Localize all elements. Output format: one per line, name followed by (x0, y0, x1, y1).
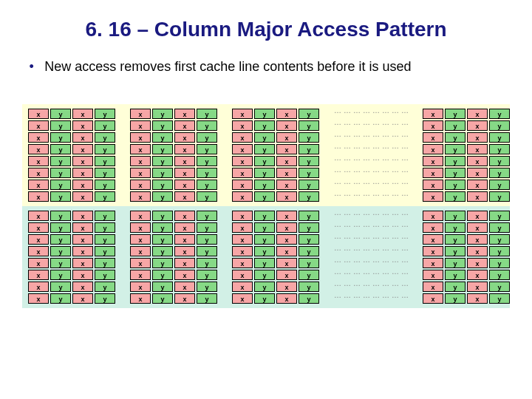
mem-cell-y: y (489, 168, 510, 178)
mem-cell-y: y (445, 109, 466, 119)
mem-cell-y: y (95, 180, 115, 190)
mem-cell-x: x (28, 270, 49, 280)
mem-cell-x: x (174, 180, 195, 190)
ellipsis-column: …………………………………………………………………………………………………………… (334, 211, 408, 304)
mem-cell-x: x (276, 222, 297, 233)
mem-cell-x: x (174, 156, 195, 166)
mem-cell-y: y (445, 234, 466, 245)
mem-cell-y: y (152, 258, 173, 268)
mem-cell-y: y (445, 222, 466, 233)
mem-cell-x: x (28, 156, 49, 166)
mem-cell-y: y (95, 293, 115, 304)
mem-cell-y: y (489, 144, 510, 154)
mem-cell-x: x (276, 211, 297, 221)
mem-cell-y: y (299, 156, 319, 166)
mem-cell-y: y (95, 270, 115, 280)
mem-cell-x: x (174, 246, 195, 256)
mem-cell-x: x (423, 109, 443, 119)
mem-cell-y: y (197, 191, 217, 202)
mem-cell-x: x (28, 293, 49, 304)
mem-cell-x: x (276, 120, 297, 131)
mem-cell-x: x (174, 109, 195, 119)
mem-cell-y: y (50, 144, 71, 154)
ellipsis: ………………………… (334, 132, 408, 143)
mem-cell-y: y (152, 222, 173, 233)
mem-cell-x: x (28, 191, 49, 202)
mem-cell-y: y (254, 120, 275, 131)
mem-cell-x: x (72, 191, 93, 202)
mem-cell-y: y (489, 191, 510, 202)
mem-cell-y: y (445, 270, 466, 280)
mem-cell-x: x (174, 293, 195, 304)
mem-cell-x: x (130, 258, 151, 268)
mem-cell-x: x (423, 282, 443, 292)
cache-line-section: xyxyxyxyxyxyxyxyxyxyxyxyxyxyxyxy (423, 109, 510, 202)
mem-cell-y: y (152, 191, 173, 202)
mem-cell-y: y (445, 191, 466, 202)
mem-cell-x: x (28, 246, 49, 256)
mem-cell-x: x (130, 156, 151, 166)
mem-cell-y: y (197, 168, 217, 178)
mem-cell-y: y (152, 211, 173, 221)
mem-cell-x: x (72, 222, 93, 233)
mem-cell-y: y (445, 246, 466, 256)
mem-cell-x: x (72, 246, 93, 256)
mem-cell-x: x (130, 144, 151, 154)
mem-cell-x: x (130, 180, 151, 190)
mem-cell-x: x (423, 120, 443, 131)
mem-cell-y: y (489, 234, 510, 245)
mem-cell-y: y (95, 211, 115, 221)
mem-cell-y: y (489, 180, 510, 190)
mem-cell-x: x (28, 109, 49, 119)
mem-cell-y: y (95, 222, 115, 233)
mem-cell-x: x (232, 222, 253, 233)
mem-cell-x: x (28, 282, 49, 292)
mem-cell-x: x (28, 168, 49, 178)
mem-cell-x: x (174, 258, 195, 268)
mem-cell-x: x (28, 258, 49, 268)
cache-line-section: xyxyxyxyxyxyxyxyxyxyxyxyxyxyxyxy (28, 211, 115, 304)
mem-cell-y: y (489, 258, 510, 268)
mem-cell-x: x (28, 222, 49, 233)
mem-cell-x: x (423, 144, 443, 154)
mem-cell-x: x (467, 211, 488, 221)
mem-cell-x: x (467, 282, 488, 292)
mem-cell-y: y (50, 258, 71, 268)
mem-cell-y: y (95, 246, 115, 256)
cache-line-section: xyxyxyxyxyxyxyxyxyxyxyxyxyxyxyxy (130, 211, 217, 304)
mem-cell-x: x (276, 109, 297, 119)
mem-cell-x: x (423, 270, 443, 280)
mem-cell-x: x (467, 180, 488, 190)
mem-cell-y: y (489, 120, 510, 131)
mem-cell-y: y (299, 246, 319, 256)
mem-cell-y: y (95, 282, 115, 292)
mem-cell-y: y (254, 180, 275, 190)
mem-cell-x: x (232, 180, 253, 190)
mem-cell-y: y (489, 270, 510, 280)
mem-cell-y: y (299, 258, 319, 268)
mem-cell-x: x (72, 282, 93, 292)
mem-cell-y: y (254, 144, 275, 154)
ellipsis: ………………………… (334, 168, 408, 178)
mem-cell-x: x (72, 168, 93, 178)
mem-cell-x: x (130, 270, 151, 280)
mem-cell-x: x (28, 120, 49, 131)
mem-cell-x: x (423, 258, 443, 268)
mem-cell-y: y (254, 168, 275, 178)
ellipsis: ………………………… (334, 270, 408, 280)
mem-cell-y: y (489, 293, 510, 304)
mem-cell-x: x (423, 156, 443, 166)
mem-cell-y: y (299, 222, 319, 233)
mem-cell-y: y (197, 211, 217, 221)
mem-cell-x: x (467, 120, 488, 131)
mem-cell-x: x (130, 246, 151, 256)
mem-cell-x: x (276, 156, 297, 166)
mem-cell-x: x (467, 222, 488, 233)
mem-cell-x: x (232, 109, 253, 119)
mem-cell-x: x (28, 211, 49, 221)
mem-cell-y: y (50, 168, 71, 178)
mem-cell-y: y (152, 109, 173, 119)
mem-cell-x: x (423, 168, 443, 178)
mem-cell-y: y (299, 132, 319, 143)
mem-cell-y: y (95, 144, 115, 154)
